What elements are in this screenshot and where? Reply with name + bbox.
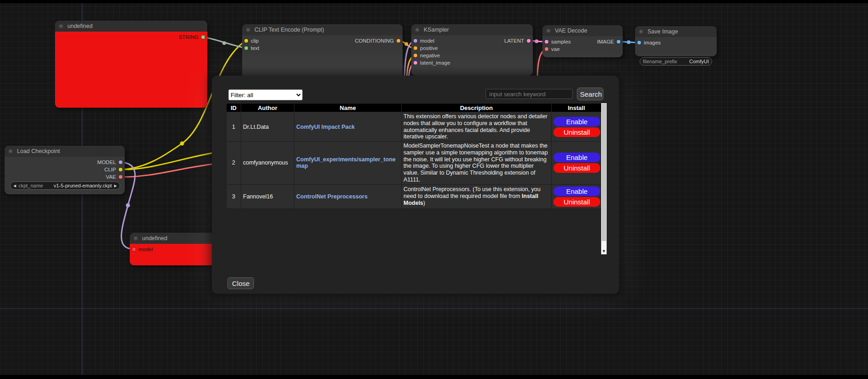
extensions-table-container: ID Author Name Description Install 1 Dr.… <box>226 103 607 254</box>
col-header-install: Install <box>552 104 602 112</box>
output-port-model[interactable] <box>119 160 122 164</box>
col-header-description: Description <box>402 104 552 112</box>
extensions-table: ID Author Name Description Install 1 Dr.… <box>226 103 602 209</box>
screen-edge <box>0 0 868 3</box>
input-port-clip[interactable] <box>244 39 248 43</box>
node-title: CLIP Text Encode (Prompt) <box>254 27 324 33</box>
custom-nodes-dialog: Filter: all Search ID Author Name Descri… <box>212 76 619 294</box>
input-label: model <box>138 247 153 252</box>
uninstall-button[interactable]: Uninstall <box>553 127 600 137</box>
extension-row: 3 Fannovel16 ControlNet Preprocessors Co… <box>227 184 602 209</box>
collapse-dot-icon[interactable] <box>133 236 138 241</box>
cell-id: 3 <box>227 184 241 209</box>
cell-install: Enable Uninstall <box>552 184 602 209</box>
search-button[interactable]: Search <box>577 88 603 100</box>
cell-name: ComfyUI Impact Pack <box>294 112 402 142</box>
input-port-text[interactable] <box>244 46 248 50</box>
output-label: CLIP <box>104 167 116 172</box>
col-header-author: Author <box>241 104 294 112</box>
uninstall-button[interactable]: Uninstall <box>553 197 600 207</box>
enable-button[interactable]: Enable <box>553 153 600 162</box>
output-port-conditioning[interactable] <box>397 39 400 43</box>
scrollbar-thumb[interactable] <box>602 104 606 241</box>
ckpt-name-widget[interactable]: ◀ ckpt_name v1-5-pruned-emaonly.ckpt ▶ <box>10 181 120 190</box>
extension-link[interactable]: ComfyUI_experiments/sampler_tonemap <box>296 156 396 169</box>
collapse-dot-icon[interactable] <box>415 27 420 32</box>
prev-value-arrow-icon[interactable]: ◀ <box>13 184 16 188</box>
output-label: CONDITIONING <box>355 38 394 44</box>
scroll-down-arrow-icon[interactable]: ▼ <box>601 248 607 254</box>
output-label: VAE <box>106 174 116 180</box>
cell-author: Fannovel16 <box>241 184 294 209</box>
cell-author: Dr.Lt.Data <box>241 112 294 142</box>
output-label: MODEL <box>97 159 116 165</box>
collapse-dot-icon[interactable] <box>59 24 63 28</box>
cell-install: Enable Uninstall <box>552 142 602 185</box>
cell-description: ModelSamplerTonemapNoiseTest a node that… <box>402 142 552 185</box>
cell-id: 1 <box>227 112 241 142</box>
node-load-checkpoint[interactable]: Load Checkpoint MODEL CLIP VAE ◀ ckpt_na… <box>5 146 125 194</box>
search-input[interactable] <box>486 89 573 99</box>
cell-name: ControlNet Preprocessors <box>294 184 402 209</box>
input-port-model[interactable] <box>132 247 136 251</box>
uninstall-button[interactable]: Uninstall <box>553 163 600 173</box>
input-port-vae[interactable] <box>545 47 548 51</box>
input-label: samples <box>551 39 571 44</box>
filter-select[interactable]: Filter: all <box>228 89 303 100</box>
input-label: images <box>644 40 661 45</box>
input-label: model <box>420 38 434 44</box>
node-title: VAE Decode <box>555 27 587 34</box>
node-title: undefined <box>142 235 167 242</box>
node-vae-decode[interactable]: VAE Decode samples vae IMAGE <box>542 25 623 57</box>
cell-install: Enable Uninstall <box>552 112 602 142</box>
input-label: negative <box>420 53 440 58</box>
node-save-image[interactable]: Save Image images filename_prefix ComfyU… <box>635 26 717 56</box>
enable-button[interactable]: Enable <box>553 187 600 196</box>
node-title: Load Checkpoint <box>17 148 60 154</box>
output-port-string[interactable] <box>201 35 205 39</box>
table-header-row: ID Author Name Description Install <box>227 104 602 112</box>
output-port-latent[interactable] <box>527 39 531 43</box>
collapse-dot-icon[interactable] <box>546 28 551 33</box>
node-title: KSampler <box>424 27 449 33</box>
scrollbar[interactable]: ▼ <box>601 103 607 254</box>
collapse-dot-icon[interactable] <box>639 29 643 34</box>
node-undefined-top[interactable]: undefined STRING <box>55 21 207 108</box>
node-clip-text-encode[interactable]: CLIP Text Encode (Prompt) clip text COND… <box>242 24 403 79</box>
node-undefined-bottom[interactable]: undefined model <box>130 233 215 265</box>
screen-edge <box>0 375 868 379</box>
col-header-name: Name <box>294 104 402 112</box>
collapse-dot-icon[interactable] <box>8 149 13 154</box>
input-port-samples[interactable] <box>545 40 548 44</box>
output-label: LATENT <box>504 38 524 44</box>
input-label: text <box>251 45 260 51</box>
extension-link[interactable]: ControlNet Preprocessors <box>296 193 368 200</box>
close-button[interactable]: Close <box>227 277 254 289</box>
node-title: Save Image <box>647 28 678 35</box>
input-port-negative[interactable] <box>414 54 417 57</box>
input-label: vae <box>551 46 560 52</box>
input-port-model[interactable] <box>414 39 417 43</box>
filename-prefix-widget[interactable]: filename_prefix ComfyUI <box>640 57 712 66</box>
output-port-vae[interactable] <box>119 175 122 179</box>
output-port-image[interactable] <box>617 40 620 44</box>
collapse-dot-icon[interactable] <box>246 27 250 32</box>
cell-id: 2 <box>227 142 241 185</box>
input-port-images[interactable] <box>637 41 641 44</box>
node-error-body: STRING <box>55 32 207 108</box>
input-label: clip <box>251 38 259 44</box>
input-port-latent-image[interactable] <box>414 61 417 65</box>
output-label: IMAGE <box>597 39 614 44</box>
cell-name: ComfyUI_experiments/sampler_tonemap <box>294 142 402 185</box>
output-port-clip[interactable] <box>119 168 122 171</box>
cell-description: This extension offers various detector n… <box>402 112 552 142</box>
node-ksampler[interactable]: KSampler model positive negative latent_… <box>411 24 533 76</box>
extension-link[interactable]: ComfyUI Impact Pack <box>296 124 355 130</box>
extension-row: 2 comfyanonymous ComfyUI_experiments/sam… <box>227 142 602 185</box>
next-value-arrow-icon[interactable]: ▶ <box>114 184 117 188</box>
node-title: undefined <box>67 23 93 29</box>
input-port-positive[interactable] <box>414 46 417 50</box>
input-label: latent_image <box>420 60 450 66</box>
enable-button[interactable]: Enable <box>553 117 600 126</box>
cell-description: ControlNet Preprocessors. (To use this e… <box>402 184 552 209</box>
